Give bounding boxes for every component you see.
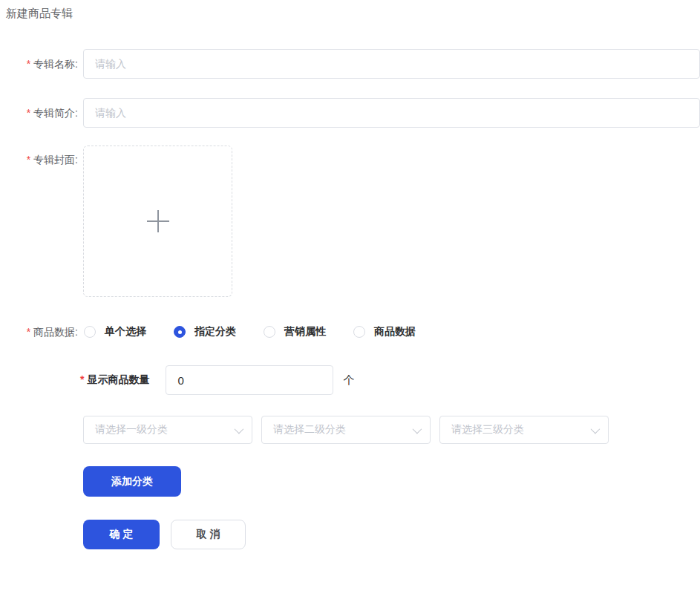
level2-category-select[interactable]: 请选择二级分类 bbox=[261, 416, 431, 444]
radio-specified-category[interactable]: 指定分类 bbox=[174, 325, 236, 339]
required-mark: * bbox=[27, 154, 30, 166]
confirm-button[interactable]: 确 定 bbox=[83, 520, 160, 549]
add-category-button[interactable]: 添加分类 bbox=[83, 466, 181, 497]
radio-circle-checked bbox=[174, 326, 186, 338]
album-intro-row: *专辑简介: bbox=[0, 98, 700, 128]
level1-category-select[interactable]: 请选择一级分类 bbox=[83, 416, 252, 444]
radio-product-data[interactable]: 商品数据 bbox=[353, 325, 416, 339]
radio-marketing-attribute[interactable]: 营销属性 bbox=[264, 325, 326, 339]
radio-single-select[interactable]: 单个选择 bbox=[84, 325, 146, 339]
album-name-input[interactable] bbox=[83, 49, 700, 79]
product-data-radio-group: 单个选择 指定分类 营销属性 商品数据 bbox=[84, 325, 443, 339]
album-name-label: *专辑名称: bbox=[0, 49, 78, 79]
page-title: 新建商品专辑 bbox=[0, 0, 700, 20]
album-name-row: *专辑名称: bbox=[0, 49, 700, 79]
product-data-label: *商品数据: bbox=[0, 324, 78, 339]
display-count-input[interactable] bbox=[166, 365, 333, 395]
album-cover-row: *专辑封面: bbox=[0, 146, 700, 297]
chevron-down-icon bbox=[235, 424, 244, 434]
product-data-row: *商品数据: 单个选择 指定分类 营销属性 商品数据 bbox=[0, 324, 700, 339]
album-intro-label: *专辑简介: bbox=[0, 98, 78, 128]
required-mark: * bbox=[27, 107, 30, 119]
album-intro-input[interactable] bbox=[83, 98, 700, 128]
album-cover-label: *专辑封面: bbox=[0, 146, 78, 165]
new-album-page: 新建商品专辑 *专辑名称: *专辑简介: *专辑封面: *商品数据: 单个选择 … bbox=[0, 0, 700, 608]
required-mark: * bbox=[27, 326, 30, 338]
category-select-row: 请选择一级分类 请选择二级分类 请选择三级分类 bbox=[83, 416, 700, 444]
display-count-row: *显示商品数量 个 bbox=[80, 365, 700, 395]
radio-circle bbox=[264, 326, 275, 338]
required-mark: * bbox=[80, 373, 84, 385]
required-mark: * bbox=[27, 58, 30, 70]
chevron-down-icon bbox=[591, 424, 601, 434]
add-category-row: 添加分类 bbox=[0, 466, 700, 497]
radio-circle bbox=[353, 326, 365, 338]
action-row: 确 定 取 消 bbox=[83, 520, 700, 549]
plus-icon bbox=[147, 210, 169, 232]
display-count-label: *显示商品数量 bbox=[80, 373, 149, 387]
cover-upload-box[interactable] bbox=[83, 146, 232, 297]
display-count-unit: 个 bbox=[343, 373, 354, 388]
level3-category-select[interactable]: 请选择三级分类 bbox=[439, 416, 609, 444]
cancel-button[interactable]: 取 消 bbox=[171, 520, 246, 549]
radio-circle bbox=[84, 326, 96, 338]
chevron-down-icon bbox=[413, 424, 422, 434]
